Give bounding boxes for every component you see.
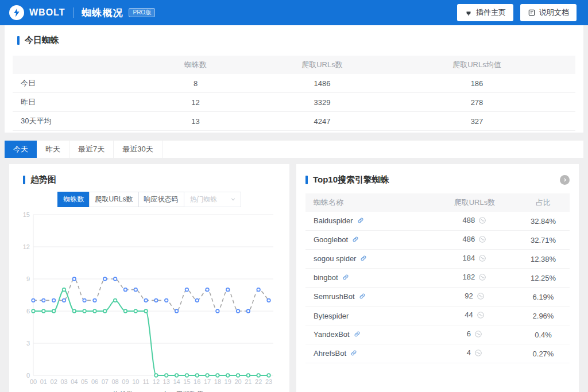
spider-urls-cell: 486 bbox=[432, 231, 517, 250]
external-link-icon[interactable] bbox=[357, 217, 364, 226]
svg-text:15: 15 bbox=[23, 211, 30, 218]
trend-icon[interactable] bbox=[478, 254, 486, 264]
hot-spider-select-value: 热门蜘蛛 bbox=[190, 195, 218, 204]
spider-urls-value: 182 bbox=[463, 273, 475, 281]
row-label: 30天平均 bbox=[13, 112, 125, 131]
top10-table-body: Baiduspider48832.84%Googlebot48632.71%so… bbox=[305, 212, 570, 363]
svg-text:23: 23 bbox=[265, 378, 272, 385]
plugin-home-button[interactable]: 插件主页 bbox=[457, 4, 513, 21]
spider-urls-value: 486 bbox=[463, 235, 475, 243]
top10-table: 蜘蛛名称 爬取URLs数 占比 Baiduspider48832.84%Goog… bbox=[305, 193, 570, 363]
plug-icon bbox=[465, 9, 473, 17]
spider-urls-cell: 44 bbox=[432, 306, 517, 325]
svg-text:02: 02 bbox=[51, 378, 57, 385]
docs-button[interactable]: 说明文档 bbox=[520, 4, 577, 21]
spider-name-cell: SemrushBot bbox=[305, 288, 432, 306]
svg-text:06: 06 bbox=[91, 378, 98, 385]
spider-urls-value: 92 bbox=[465, 292, 473, 300]
tab-period-0[interactable]: 今天 bbox=[5, 141, 37, 158]
legend-item-1[interactable]: 上一周期数值 bbox=[144, 390, 203, 392]
spider-name-cell: YandexBot bbox=[305, 325, 432, 344]
hot-spider-select[interactable]: 热门蜘蛛 bbox=[184, 192, 241, 207]
svg-text:9: 9 bbox=[26, 275, 30, 282]
trend-icon[interactable] bbox=[474, 349, 482, 359]
today-section: 今日蜘蛛 蜘蛛数 爬取URLs数 爬取URLs均值 今日81486186昨日12… bbox=[5, 25, 583, 133]
spider-urls-value: 184 bbox=[463, 254, 475, 262]
table-row: 昨日123329278 bbox=[13, 93, 575, 112]
spider-row: Bytespider442.96% bbox=[305, 306, 570, 325]
tab-period-2[interactable]: 最近7天 bbox=[69, 141, 114, 158]
spider-name-cell: Googlebot bbox=[305, 231, 432, 250]
legend-label: 上一周期数值 bbox=[162, 390, 203, 392]
period-tabs: 今天昨天最近7天最近30天 bbox=[5, 141, 583, 158]
spider-urls-cell: 184 bbox=[432, 250, 517, 269]
trend-icon[interactable] bbox=[478, 235, 486, 245]
spider-percent-cell: 12.38% bbox=[517, 250, 570, 269]
spider-row: bingbot18212.25% bbox=[305, 269, 570, 288]
svg-text:12: 12 bbox=[23, 243, 30, 250]
spider-name: SemrushBot bbox=[314, 292, 355, 301]
svg-text:09: 09 bbox=[122, 378, 129, 385]
svg-text:08: 08 bbox=[111, 378, 118, 385]
legend-label: 蜘蛛数 bbox=[113, 390, 134, 392]
table-row: 今日81486186 bbox=[13, 74, 575, 93]
spider-name-cell: AhrefsBot bbox=[305, 344, 432, 363]
spider-percent-cell: 0.27% bbox=[517, 344, 570, 363]
trend-icon[interactable] bbox=[478, 273, 486, 283]
metric-button-status[interactable]: 响应状态码 bbox=[138, 192, 184, 207]
legend-item-0[interactable]: 蜘蛛数 bbox=[95, 390, 134, 392]
col-blank bbox=[13, 56, 125, 74]
svg-text:05: 05 bbox=[81, 378, 88, 385]
brand-name: WBOLT bbox=[29, 7, 65, 18]
trend-icon[interactable] bbox=[477, 292, 485, 302]
spider-row: YandexBot60.4% bbox=[305, 325, 570, 344]
col-percent: 占比 bbox=[517, 193, 570, 212]
top10-title-text: Top10搜索引擎蜘蛛 bbox=[313, 174, 389, 185]
svg-text:22: 22 bbox=[255, 378, 262, 385]
metric-button-urls[interactable]: 爬取URLs数 bbox=[89, 192, 138, 207]
external-link-icon[interactable] bbox=[359, 293, 366, 301]
spider-name: Bytespider bbox=[314, 312, 349, 320]
svg-text:6: 6 bbox=[26, 308, 30, 315]
spider-name: Baiduspider bbox=[314, 216, 353, 225]
svg-text:00: 00 bbox=[30, 378, 37, 385]
expand-more-button[interactable] bbox=[560, 175, 570, 185]
wbolt-logo-icon bbox=[9, 5, 24, 20]
svg-text:01: 01 bbox=[40, 378, 47, 385]
tab-period-3[interactable]: 最近30天 bbox=[114, 141, 162, 158]
external-link-icon[interactable] bbox=[350, 350, 357, 358]
cell-avg: 327 bbox=[378, 112, 575, 131]
title-accent-bar bbox=[305, 176, 308, 184]
col-crawled-urls: 爬取URLs数 bbox=[432, 193, 517, 212]
spider-urls-cell: 488 bbox=[432, 212, 517, 231]
svg-text:04: 04 bbox=[71, 378, 78, 385]
external-link-icon[interactable] bbox=[354, 331, 361, 339]
external-link-icon[interactable] bbox=[342, 274, 349, 282]
cell-urls: 3329 bbox=[266, 93, 378, 112]
svg-text:16: 16 bbox=[194, 378, 200, 385]
trend-icon[interactable] bbox=[478, 216, 486, 226]
spider-name: sogou spider bbox=[314, 254, 356, 263]
svg-text:19: 19 bbox=[225, 378, 231, 385]
spider-urls-cell: 6 bbox=[432, 325, 517, 344]
trend-icon[interactable] bbox=[477, 311, 485, 321]
tab-period-1[interactable]: 昨天 bbox=[37, 141, 69, 158]
svg-text:15: 15 bbox=[183, 378, 190, 385]
spider-name: Googlebot bbox=[314, 235, 348, 244]
spider-percent-cell: 6.19% bbox=[517, 288, 570, 306]
plugin-home-label: 插件主页 bbox=[476, 7, 506, 18]
cell-spiders: 8 bbox=[125, 74, 266, 93]
top10-panel-title: Top10搜索引擎蜘蛛 bbox=[305, 174, 560, 185]
svg-text:21: 21 bbox=[245, 378, 252, 385]
metric-button-spiders[interactable]: 蜘蛛数 bbox=[57, 192, 90, 207]
svg-text:13: 13 bbox=[163, 378, 170, 385]
external-link-icon[interactable] bbox=[360, 255, 367, 263]
external-link-icon[interactable] bbox=[352, 236, 359, 244]
title-accent-bar bbox=[17, 36, 20, 45]
top10-panel-header: Top10搜索引擎蜘蛛 bbox=[305, 174, 570, 185]
spider-percent-cell: 12.25% bbox=[517, 269, 570, 288]
title-accent-bar bbox=[23, 176, 25, 184]
trend-icon[interactable] bbox=[474, 330, 482, 340]
top10-panel: Top10搜索引擎蜘蛛 蜘蛛名称 爬取URLs数 占比 Baiduspider4… bbox=[296, 164, 579, 392]
content-panels: 趋势图 蜘蛛数 爬取URLs数 响应状态码 热门蜘蛛 0369121500010… bbox=[9, 164, 579, 392]
